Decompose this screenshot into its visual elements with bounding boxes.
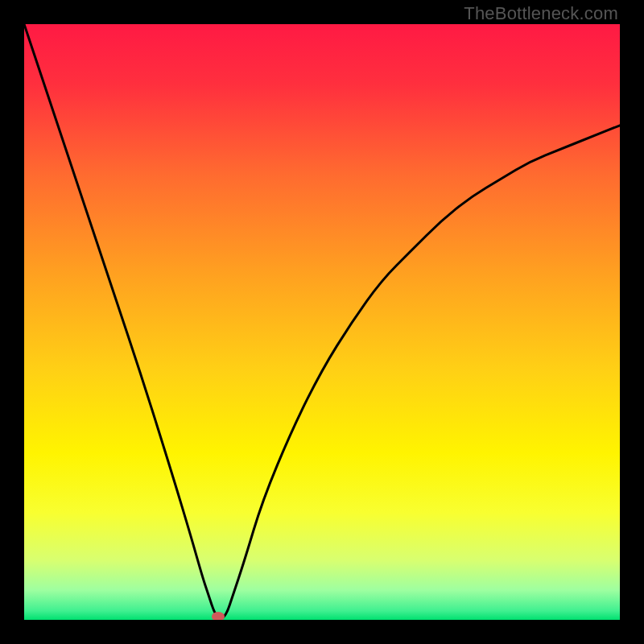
chart-frame: TheBottleneck.com	[0, 0, 644, 644]
bottleneck-curve	[24, 24, 620, 620]
plot-area	[24, 24, 620, 620]
optimum-marker	[212, 612, 225, 620]
watermark-text: TheBottleneck.com	[464, 3, 618, 24]
